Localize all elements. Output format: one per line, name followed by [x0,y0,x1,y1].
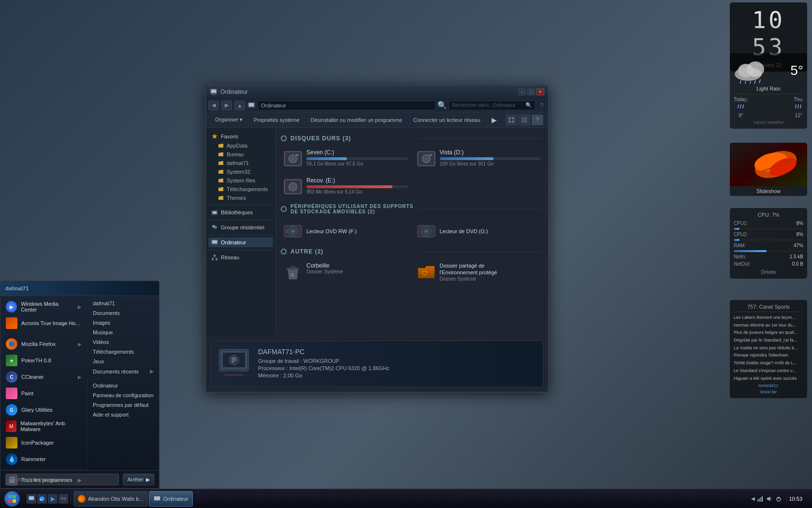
sidebar-item-systemfiles[interactable]: System files [208,176,273,185]
shutdown-button[interactable]: Arrêter ▶ [123,474,154,485]
start-right-documents[interactable]: Documents [90,308,157,318]
start-right-videos[interactable]: Vidéos [90,337,157,347]
sidebar-item-telechargements[interactable]: Téléchargements [208,185,273,194]
weather-temp: 5° [790,63,803,78]
svg-rect-85 [232,359,236,360]
tray-power-icon[interactable] [775,495,783,503]
sidebar-item-system32[interactable]: System32 [208,167,273,176]
svg-rect-80 [228,371,240,374]
minimize-button[interactable]: – [518,89,526,95]
start-right-ordinateur[interactable]: Ordinateur [90,381,157,390]
tray-show-icon[interactable]: ◀ [751,496,755,501]
quick-media[interactable]: ▶ [48,494,58,504]
taskbar-item-browser[interactable]: Abandon Otis Walls b... [73,491,148,507]
news-item[interactable]: Higuain a été opéré avec succès [734,376,803,382]
search-input[interactable]: Rechercher dans : Ordinateur 🔍 [449,101,536,110]
start-right-telechargements[interactable]: Téléchargements [90,347,157,357]
address-bar[interactable]: Ordinateur [258,101,436,110]
news-item[interactable]: La Vuelta ne sera pas réduite à... [734,345,803,351]
drive-item-e[interactable]: Recov. (E:) 953 Mo libres sur 6,14 Go [281,175,410,199]
drive-item-d[interactable]: Vista (D:) 169 Go libres sur 361 Go [414,147,544,171]
sidebar-item-bureau[interactable]: Bureau [208,150,273,159]
news-item[interactable]: Plus de joueurs belges en quali... [734,330,803,336]
uninstall-button[interactable]: Désinstaller ou modifier un programme [306,114,407,126]
close-button[interactable]: ✕ [536,89,544,95]
back-button[interactable]: ◀ [208,101,219,110]
up-button[interactable]: ▲ [234,101,245,110]
start-right-musique[interactable]: Musique [90,328,157,337]
removable-item-g[interactable]: Lecteur de DVD (G:) [414,219,544,243]
start-item-ccleaner[interactable]: C CCleaner ▶ [3,369,85,385]
help-icon-button[interactable]: ? [532,115,543,125]
sidebar-item-ordinateur[interactable]: Ordinateur [208,238,273,247]
quick-extra[interactable]: >> [58,494,68,504]
start-right-jeux[interactable]: Jeux [90,357,157,366]
quick-ie[interactable]: e [37,494,47,504]
news-item[interactable]: Les Lakers donnent une leçon... [734,315,803,321]
news-item[interactable]: Tchité Diable rouge? Arrêt de L... [734,360,803,366]
sidebar-item-themes[interactable]: Themes [208,194,273,202]
drive-bar-e [306,185,408,188]
start-item-wmc[interactable]: ▶ Windows Media Center ▶ [3,299,85,315]
start-item-paint[interactable]: Paint [3,385,85,402]
news-source-1[interactable]: torrent411 [734,383,803,388]
start-item-poker[interactable]: ♠ PokerTH 0.8 [3,352,85,369]
news-item[interactable]: Le Standard s'impose contre u... [734,368,803,374]
tray-network-icon[interactable] [756,495,764,503]
taskbar-items: Abandon Otis Walls b... Ordinateur [71,491,746,507]
view-list-button[interactable] [519,115,530,125]
widget-slideshow[interactable]: Slideshow [730,143,807,196]
svg-rect-97 [154,496,160,500]
forward-button[interactable]: ▶ [221,101,232,110]
window-icon [210,88,218,96]
sidebar-item-reseau[interactable]: Réseau [208,253,273,262]
iconpack-icon [6,437,17,448]
window-titlebar[interactable]: Ordinateur – □ ✕ [206,85,548,99]
quick-show-desktop[interactable] [27,494,36,504]
start-right-images[interactable]: Images [90,318,157,328]
properties-button[interactable]: Propriétés système [249,114,304,126]
window-title: Ordinateur [220,89,248,95]
start-right-programmes[interactable]: Programmes par défaut [90,400,157,410]
media-button[interactable]: ▶ [487,114,501,126]
start-right-panneau[interactable]: Panneau de configuration [90,390,157,400]
svg-line-45 [215,256,217,258]
show-desktop-button[interactable] [804,491,807,507]
netin-row: Netin: 1.5 kB [734,254,803,259]
network-button[interactable]: Connecter un lecteur réseau [409,114,485,126]
removable-item-f[interactable]: Lecteur DVD RW (F:) [281,219,410,243]
start-item-firefox[interactable]: Mozilla Firefox ▶ [3,336,85,352]
sidebar-item-favoris[interactable]: Favoris [208,132,273,141]
other-item-recycle[interactable]: ♻ Corbeille Dossier Système [281,260,410,284]
tray-volume-icon[interactable] [766,495,773,503]
drive-item-c[interactable]: Seven (C:) 59,1 Go libres sur 97,6 Go [281,147,410,171]
start-right-recent[interactable]: Documents récents▶ [90,366,157,376]
sidebar-item-bibliotheques[interactable]: Bibliothèques [208,208,273,217]
start-button[interactable] [0,489,24,508]
start-item-acronis[interactable]: Acronis True Image Ho... [3,315,85,331]
news-item[interactable]: Dégoûté par le Standard, j'ai fa... [734,338,803,344]
start-item-rainmeter[interactable]: 💧 Rainmeter [3,451,85,467]
help-button[interactable]: ? [538,102,546,109]
maximize-button[interactable]: □ [527,89,535,95]
svg-line-4 [745,81,746,84]
sidebar-item-groupe[interactable]: Groupe résidentiel [208,223,273,232]
taskbar-item-explorer[interactable]: Ordinateur [149,491,193,507]
start-item-glary[interactable]: G Glary Utilities [3,402,85,418]
sidebar-item-appdata[interactable]: AppData [208,141,273,150]
start-search-input[interactable] [5,474,119,485]
view-tiles-button[interactable] [506,115,517,125]
sidebar-item-dafmat71[interactable]: dafmat71 [208,159,273,167]
start-item-malware[interactable]: M Malwarebytes' Anti-Malware [3,418,85,434]
svg-rect-22 [211,95,216,95]
news-item[interactable]: Pienaar rejoindra Tottenham [734,353,803,359]
organiser-button[interactable]: Organiser ▾ [211,114,247,126]
start-right-aide[interactable]: Aide et support [90,410,157,419]
news-item[interactable]: Norman éliminé au 1er tour du... [734,323,803,329]
other-item-shared[interactable]: 🛡 Dossier partagé del'Environnement prot… [414,260,544,284]
news-source-2[interactable]: lesoir.be [734,389,803,394]
drives-link[interactable]: Drives [734,269,803,275]
start-right-dafmat71[interactable]: dafmat71 [90,299,157,308]
cpu1-row: CPU1: 8% [734,221,803,226]
start-item-iconpack[interactable]: IconPackager [3,434,85,451]
